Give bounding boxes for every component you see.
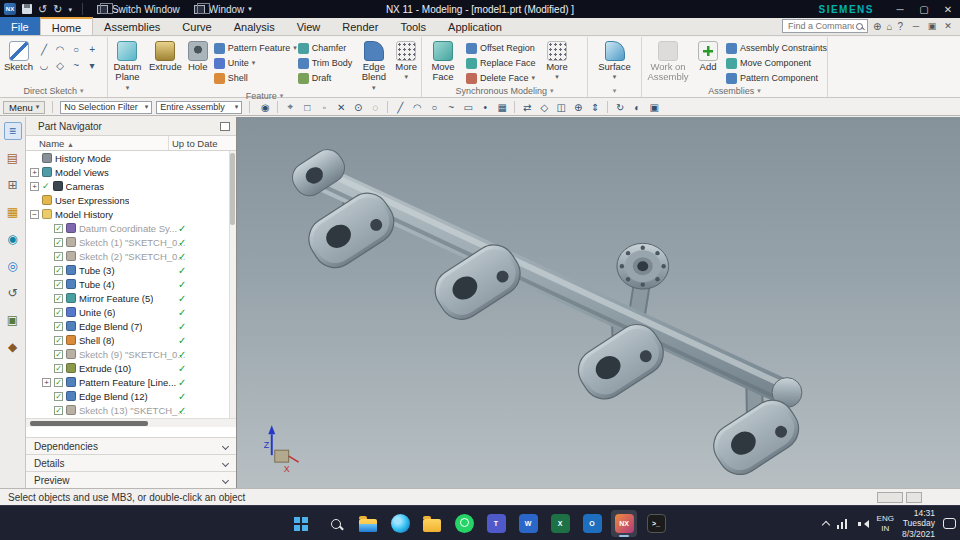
tree-row[interactable]: ✓Edge Blend (12)✓ xyxy=(26,389,236,403)
pattern-feature-button[interactable]: Pattern Feature ▾ xyxy=(212,41,294,55)
taskbar-start-icon[interactable] xyxy=(291,510,317,537)
sketch-tools-dropdown-icon[interactable]: ▾ xyxy=(85,58,99,72)
group-label-assemblies[interactable]: Assemblies ▾ xyxy=(644,85,825,97)
expander-icon[interactable]: + xyxy=(42,378,51,387)
panel-pin-icon[interactable] xyxy=(220,122,230,131)
find-command-box[interactable] xyxy=(782,19,868,33)
taskbar-file-explorer-icon[interactable] xyxy=(355,510,381,537)
polygon-tool-icon[interactable]: ◇ xyxy=(53,58,67,72)
feature-checkbox[interactable]: ✓ xyxy=(54,378,63,387)
point-icon[interactable]: • xyxy=(477,100,493,114)
taskbar-terminal-icon[interactable]: >_ xyxy=(643,510,669,537)
move-component-button[interactable]: Move Component xyxy=(724,56,824,70)
zoom-command-icon[interactable]: ⊕ xyxy=(873,21,881,32)
taskbar-folder-icon[interactable] xyxy=(419,510,445,537)
touch-mode-icon[interactable]: ◉ xyxy=(257,100,273,114)
taskbar-search-icon[interactable] xyxy=(323,510,349,537)
circle-tool-icon[interactable]: ○ xyxy=(69,42,83,56)
feature-checkbox[interactable]: ✓ xyxy=(54,336,63,345)
pattern-component-button[interactable]: Pattern Component xyxy=(724,71,824,85)
taskbar-nx-icon[interactable]: NX xyxy=(611,510,637,537)
feature-checkbox[interactable]: ✓ xyxy=(54,406,63,415)
move-face-button[interactable]: Move Face xyxy=(424,39,462,83)
scrollbar-thumb[interactable] xyxy=(230,153,235,225)
tree-row[interactable]: +✓Cameras xyxy=(26,179,236,193)
plane-grid-icon[interactable]: ▦ xyxy=(494,100,510,114)
synchronous-more-button[interactable]: More ▾ xyxy=(542,39,572,80)
view-triad[interactable]: Z X xyxy=(264,425,299,474)
group-label-synchronous-modeling[interactable]: Synchronous Modeling ▾ xyxy=(424,85,585,97)
tree-row[interactable]: +✓Pattern Feature [Line...✓ xyxy=(26,375,236,389)
end-point-icon[interactable]: □ xyxy=(299,100,315,114)
save-icon[interactable] xyxy=(22,4,32,14)
tab-render[interactable]: Render xyxy=(331,17,389,35)
feature-checkbox[interactable]: ✓ xyxy=(54,238,63,247)
tree-vertical-scrollbar[interactable] xyxy=(229,151,236,418)
minimize-button[interactable]: ─ xyxy=(888,0,912,18)
fillet-tool-icon[interactable]: ◡ xyxy=(37,58,51,72)
tab-view[interactable]: View xyxy=(286,17,332,35)
tree-row[interactable]: ✓Sketch (13) "SKETCH_...✓ xyxy=(26,403,236,417)
tree-row[interactable]: ✓Shell (8)✓ xyxy=(26,333,236,347)
tab-home[interactable]: Home xyxy=(40,17,93,35)
section-preview[interactable]: Preview xyxy=(26,471,236,488)
arc-tool-icon[interactable]: ◠ xyxy=(53,42,67,56)
replace-face-button[interactable]: Replace Face xyxy=(464,56,540,70)
menu-button[interactable]: Menu ▾ xyxy=(3,101,45,114)
move-object-icon[interactable]: ⇄ xyxy=(519,100,535,114)
hd3d-tools-icon[interactable]: ◉ xyxy=(4,230,22,248)
feature-checkbox[interactable]: ✓ xyxy=(54,322,63,331)
tab-file[interactable]: File xyxy=(0,17,40,35)
column-divider[interactable] xyxy=(168,136,169,150)
tree-horizontal-scrollbar[interactable] xyxy=(26,418,236,427)
measure-icon[interactable]: ◇ xyxy=(536,100,552,114)
tree-row[interactable]: −Model History xyxy=(26,207,236,221)
offset-region-button[interactable]: Offset Region xyxy=(464,41,540,55)
app-icon[interactable]: NX xyxy=(4,3,16,15)
tree-row[interactable]: ✓Tube (3)✓ xyxy=(26,263,236,277)
tree-row[interactable]: ✓Unite (6)✓ xyxy=(26,305,236,319)
edge-blend-button[interactable]: Edge Blend ▾ xyxy=(356,39,391,91)
window-menu-button[interactable]: Window ▾ xyxy=(190,4,256,15)
feature-checkbox[interactable]: ✓ xyxy=(54,350,63,359)
hidden-icons-chevron-icon[interactable] xyxy=(821,521,829,529)
switch-window-button[interactable]: Switch Window xyxy=(93,4,184,15)
tree-row[interactable]: User Expressions xyxy=(26,193,236,207)
mdi-restore-icon[interactable]: ▣ xyxy=(924,21,940,31)
tree-row[interactable]: +Model Views xyxy=(26,165,236,179)
arc-icon[interactable]: ◠ xyxy=(409,100,425,114)
render-style-icon[interactable]: ◐ xyxy=(629,100,645,114)
datum-plane-button[interactable]: Datum Plane ▾ xyxy=(110,39,145,91)
section-dependencies[interactable]: Dependencies xyxy=(26,437,236,454)
web-browser-icon[interactable]: ◎ xyxy=(4,257,22,275)
roles-icon[interactable]: ◆ xyxy=(4,338,22,356)
mid-point-icon[interactable]: ◦ xyxy=(316,100,332,114)
tab-assemblies[interactable]: Assemblies xyxy=(93,17,171,35)
help-icon[interactable]: ? xyxy=(897,21,903,32)
extrude-button[interactable]: Extrude xyxy=(147,39,184,72)
notification-icon[interactable] xyxy=(943,518,956,529)
work-on-assembly-button[interactable]: Work on Assembly xyxy=(644,39,692,83)
selection-scope-combo[interactable]: Entire Assembly ▾ xyxy=(156,101,242,114)
language-indicator[interactable]: ENG IN xyxy=(877,514,894,533)
intersection-point-icon[interactable]: ✕ xyxy=(333,100,349,114)
reuse-library-icon[interactable]: ▦ xyxy=(4,203,22,221)
group-label-surface[interactable]: ▾ xyxy=(590,84,639,97)
line-icon[interactable]: ╱ xyxy=(392,100,408,114)
mdi-close-icon[interactable]: ✕ xyxy=(940,21,956,31)
taskbar-word-icon[interactable]: W xyxy=(515,510,541,537)
tab-tools[interactable]: Tools xyxy=(389,17,437,35)
taskbar-outlook-icon[interactable]: O xyxy=(579,510,605,537)
zoom-icon[interactable]: ⊕ xyxy=(570,100,586,114)
feature-more-button[interactable]: More ▾ xyxy=(393,39,419,80)
tree-row[interactable]: ✓Sketch (1) "SKETCH_0...✓ xyxy=(26,235,236,249)
home-icon[interactable]: ⌂ xyxy=(886,21,892,32)
section-details[interactable]: Details xyxy=(26,454,236,471)
more-curve-tools-icon[interactable]: + xyxy=(85,42,99,56)
delete-face-button[interactable]: Delete Face ▾ xyxy=(464,71,540,85)
chamfer-button[interactable]: Chamfer xyxy=(296,41,355,55)
redo-icon[interactable]: ↻ xyxy=(53,4,62,15)
draft-button[interactable]: Draft xyxy=(296,71,355,85)
feature-checkbox[interactable]: ✓ xyxy=(54,294,63,303)
undo-icon[interactable]: ↺ xyxy=(38,4,47,15)
